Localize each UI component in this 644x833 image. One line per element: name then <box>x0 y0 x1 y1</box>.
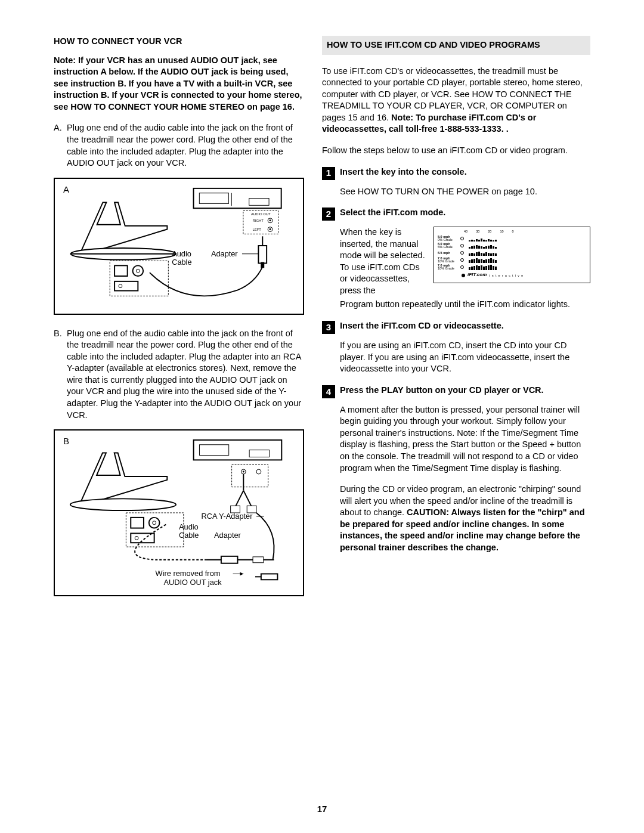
step-2: 2 Select the iFIT.com mode. <box>322 207 590 221</box>
svg-rect-19 <box>261 262 264 268</box>
step-3-body: If you are using an iFIT.com CD, insert … <box>340 340 590 375</box>
heading-connect-vcr: HOW TO CONNECT YOUR VCR <box>54 36 304 48</box>
step-4: 4 Press the PLAY button on your CD playe… <box>322 385 590 398</box>
step-3-number: 3 <box>322 321 335 334</box>
mode-display-panel: 403020100 5.0 mph0% Grade6.0 mph5% Grade… <box>434 227 590 283</box>
step-3-title: Insert the iFIT.com CD or videocassette. <box>340 320 504 334</box>
heading-ifit: HOW TO USE IFIT.COM CD AND VIDEO PROGRAM… <box>322 36 590 55</box>
fig-a-left: LEFT <box>253 227 262 231</box>
step-2-text1: When the key is inserted, the manual mod… <box>340 227 426 296</box>
svg-text:AUDIO OUT jack: AUDIO OUT jack <box>163 578 222 587</box>
manual-page: HOW TO CONNECT YOUR VCR Note: If your VC… <box>0 0 644 633</box>
figure-a-label: A <box>63 184 69 196</box>
svg-rect-12 <box>114 265 128 276</box>
svg-point-38 <box>135 537 138 540</box>
svg-point-32 <box>70 498 176 510</box>
svg-rect-15 <box>114 281 138 290</box>
step-4-body1: A moment after the button is pressed, yo… <box>340 404 590 474</box>
figure-b-label: B <box>63 435 69 447</box>
step-1-title: Insert the key into the console. <box>340 166 467 180</box>
svg-text:Cable: Cable <box>179 531 199 540</box>
svg-rect-23 <box>199 445 228 456</box>
svg-point-36 <box>153 521 156 525</box>
step-4-number: 4 <box>322 385 335 398</box>
svg-rect-1 <box>199 193 228 203</box>
step-1: 1 Insert the key into the console. <box>322 166 590 180</box>
svg-point-16 <box>119 284 122 287</box>
step-4-body2: During the CD or video program, an elect… <box>340 484 590 553</box>
svg-text:Wire removed from: Wire removed from <box>156 569 221 578</box>
step-2-number: 2 <box>322 208 335 221</box>
step-3: 3 Insert the iFIT.com CD or videocassett… <box>322 320 590 334</box>
step-2-body: When the key is inserted, the manual mod… <box>340 227 590 311</box>
svg-point-27 <box>243 471 244 473</box>
svg-rect-39 <box>221 556 238 563</box>
fig-a-adapter: Adapter <box>211 249 238 258</box>
svg-rect-43 <box>261 574 278 580</box>
svg-rect-34 <box>131 518 144 528</box>
follow-paragraph: Follow the steps below to use an iFIT.co… <box>322 145 590 157</box>
svg-marker-51 <box>240 572 243 576</box>
fig-b-rca: RCA Y-Adapter <box>201 512 253 521</box>
left-column: HOW TO CONNECT YOUR VCR Note: If your VC… <box>54 36 304 609</box>
svg-rect-24 <box>249 450 269 457</box>
svg-text:Audio: Audio <box>179 522 199 531</box>
page-number: 17 <box>0 803 644 815</box>
step-2-text2: Program button repeatedly until the iFIT… <box>340 299 590 311</box>
instruction-a: A. Plug one end of the audio cable into … <box>54 122 304 169</box>
svg-point-6 <box>270 219 271 221</box>
marker-a: A. <box>54 122 67 169</box>
step-2-title: Select the iFIT.com mode. <box>340 207 445 221</box>
fig-b-adapter: Adapter <box>214 531 242 540</box>
instruction-b-text: Plug one end of the audio cable into the… <box>67 328 304 422</box>
intro-paragraph: To use iFIT.com CD's or videocassettes, … <box>322 66 590 135</box>
right-column: HOW TO USE IFIT.COM CD AND VIDEO PROGRAM… <box>322 36 590 609</box>
note-vcr: Note: If your VCR has an unused AUDIO OU… <box>54 55 304 113</box>
figure-a: A AUDIO OUT RIGHT LEFT <box>54 178 304 315</box>
svg-rect-17 <box>258 246 267 263</box>
fig-a-audio-cable-l1: Audio <box>172 249 191 258</box>
fig-a-right: RIGHT <box>253 218 264 222</box>
svg-point-14 <box>136 269 140 272</box>
svg-rect-2 <box>249 198 269 205</box>
figure-a-art: AUDIO OUT RIGHT LEFT <box>61 185 297 308</box>
figure-b-art: RCA Y-Adapter Audio Cable Adapter Wire r… <box>61 436 297 589</box>
svg-point-28 <box>256 469 261 474</box>
svg-rect-41 <box>253 557 264 563</box>
step-1-number: 1 <box>322 167 335 180</box>
step-1-body: See HOW TO TURN ON THE POWER on page 10. <box>340 186 590 198</box>
figure-b: B <box>54 429 304 596</box>
marker-b: B. <box>54 328 67 422</box>
instruction-b: B. Plug one end of the audio cable into … <box>54 328 304 422</box>
svg-text:Cable: Cable <box>172 258 191 267</box>
svg-point-8 <box>270 228 271 230</box>
step-4-title: Press the PLAY button on your CD player … <box>340 385 544 398</box>
instruction-a-text: Plug one end of the audio cable into the… <box>67 122 304 169</box>
fig-a-audio-out: AUDIO OUT <box>251 212 271 216</box>
svg-rect-25 <box>232 465 268 487</box>
